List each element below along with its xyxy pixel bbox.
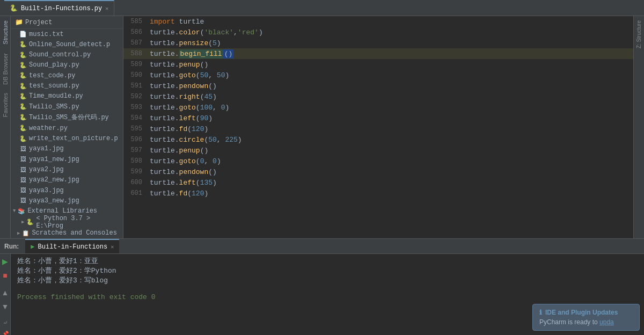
line-content: turtle.left(135) xyxy=(148,179,633,187)
line-content: turtle.right(45) xyxy=(148,93,633,101)
txt-file-icon: 📄 xyxy=(19,31,27,38)
output-line-3: 姓名：小曹，爱好3：写blog xyxy=(17,275,638,285)
code-line-587: 587 turtle.pensize(5) xyxy=(123,38,633,48)
line-content: turtle.penup() xyxy=(148,147,633,155)
sidebar-item-sound-control[interactable]: 🐍 Sound_control.py xyxy=(11,50,123,60)
sidebar-item-label: test_sound.py xyxy=(29,82,79,90)
code-line-592: 592 turtle.right(45) xyxy=(123,91,633,102)
section-label: External Libraries xyxy=(27,207,97,215)
code-line-598: 598 turtle.goto(0, 0) xyxy=(123,156,633,166)
output-process-finished: Process finished with exit code 0 xyxy=(17,293,638,301)
sidebar-item-weather[interactable]: 🐍 weather.py xyxy=(11,123,123,133)
sidebar-item-yaya1[interactable]: 🖼 yaya1.jpg xyxy=(11,144,123,154)
run-tab-built-in-functions[interactable]: ▶ Built-in-Functions ✕ xyxy=(25,239,119,253)
output-line-2: 姓名：小曹，爱好2：学Python xyxy=(17,266,638,275)
sidebar-item-label: yaya1_new.jpg xyxy=(29,156,79,163)
sidebar-item-label: yaya2_new.jpg xyxy=(29,176,79,184)
left-strip: Structure DB Browser Favorites xyxy=(0,16,11,238)
output-line-1: 姓名：小曹，爱好1：亚亚 xyxy=(17,256,638,266)
tab-close-button[interactable]: ✕ xyxy=(105,5,108,12)
code-line-600: 600 turtle.left(135) xyxy=(123,177,633,188)
sidebar-item-yaya2-new[interactable]: 🖼 yaya2_new.jpg xyxy=(11,175,123,185)
py-file-icon: 🐍 xyxy=(19,41,27,48)
tab-label: Built-in-Functions.py xyxy=(21,5,102,12)
line-content: turtle.left(90) xyxy=(148,114,633,122)
line-content: turtle.pendown() xyxy=(148,82,633,90)
sidebar-item-test-code[interactable]: 🐍 test_code.py xyxy=(11,70,123,81)
scroll-down-button[interactable]: ▼ xyxy=(0,301,11,312)
run-button[interactable]: ▶ xyxy=(0,256,10,267)
sidebar-item-online-sound[interactable]: 🐍 Online_Sound_detect.p xyxy=(11,39,123,49)
favorites-icon[interactable]: Favorites xyxy=(1,91,10,119)
img-file-icon: 🖼 xyxy=(19,187,27,194)
editor-tab[interactable]: 🐍 Built-in-Functions.py ✕ xyxy=(4,0,114,16)
line-content: turtle.penup() xyxy=(148,61,633,69)
line-number: 599 xyxy=(123,168,148,176)
chevron-right-icon: ▶ xyxy=(17,230,20,236)
structure-panel-icon[interactable]: Structure xyxy=(1,18,10,47)
run-tab-close-button[interactable]: ✕ xyxy=(111,244,114,250)
sidebar-item-yaya3-new[interactable]: 🖼 yaya3_new.jpg xyxy=(11,195,123,206)
sidebar-item-label: Time_moudle.py xyxy=(29,92,83,100)
code-line-594: 594 turtle.left(90) xyxy=(123,113,633,123)
sidebar-header-label: Project xyxy=(25,19,52,26)
sidebar-item-label: weather.py xyxy=(29,125,68,132)
py-file-icon: 🐍 xyxy=(19,114,27,121)
scratches-section[interactable]: ▶ 📋 Scratches and Consoles xyxy=(11,228,123,238)
line-number: 594 xyxy=(123,114,148,122)
notification-link[interactable]: upda xyxy=(599,318,614,326)
run-tab-label: Built-in-Functions xyxy=(38,243,108,251)
info-icon: ℹ xyxy=(539,309,542,316)
py-file-icon: 🐍 xyxy=(19,52,27,59)
tab-bar: 🐍 Built-in-Functions.py ✕ xyxy=(0,0,644,16)
db-browser-icon[interactable]: DB Browser xyxy=(1,51,10,87)
bottom-left-strip: ▶ ■ ▲ ▼ ⤾ 📌 xyxy=(0,254,11,335)
python-section-label: < Python 3.7 > E:\Prog xyxy=(36,215,121,230)
line-content: turtle.goto(50, 50) xyxy=(148,71,633,79)
scroll-up-button[interactable]: ▲ xyxy=(0,287,11,298)
code-line-589: 589 turtle.penup() xyxy=(123,59,633,70)
img-file-icon: 🖼 xyxy=(19,145,27,152)
sidebar-item-twilio-sms[interactable]: 🐍 Twilio_SMS.py xyxy=(11,101,123,112)
sidebar-item-twilio-backup[interactable]: 🐍 Twilio_SMS_备份代码.py xyxy=(11,112,123,123)
sidebar-item-write-text[interactable]: 🐍 write_text_on_picture.p xyxy=(11,134,123,144)
py-file-icon: 🐍 xyxy=(19,93,27,100)
sidebar-item-label: write_text_on_picture.p xyxy=(29,135,118,142)
code-editor[interactable]: 585 import turtle 586 turtle.color('blac… xyxy=(123,16,633,238)
sidebar-item-music[interactable]: 📄 music.txt xyxy=(11,29,123,39)
line-content: turtle.pensize(5) xyxy=(148,39,633,47)
sidebar-item-label: music.txt xyxy=(29,31,64,38)
output-blank xyxy=(17,285,638,293)
notification-title-text: IDE and Plugin Updates xyxy=(545,309,618,316)
scratches-label: Scratches and Consoles xyxy=(32,229,116,237)
notification-title: ℹ IDE and Plugin Updates xyxy=(539,309,633,316)
line-number: 589 xyxy=(123,61,148,68)
code-line-601: 601 turtle.fd(120) xyxy=(123,188,633,199)
code-line-595: 595 turtle.fd(120) xyxy=(123,123,633,134)
sidebar-item-test-sound[interactable]: 🐍 test_sound.py xyxy=(11,81,123,91)
sidebar-item-label: Sound_control.py xyxy=(29,51,91,59)
sidebar-item-yaya1-new[interactable]: 🖼 yaya1_new.jpg xyxy=(11,154,123,164)
pin-button[interactable]: 📌 xyxy=(0,330,11,335)
line-content: turtle.goto(0, 0) xyxy=(148,157,633,165)
sidebar-item-yaya3[interactable]: 🖼 yaya3.jpg xyxy=(11,185,123,195)
sidebar-item-time-moudle[interactable]: 🐍 Time_moudle.py xyxy=(11,91,123,101)
wrap-button[interactable]: ⤾ xyxy=(1,318,10,326)
sidebar-item-sound-play[interactable]: 🐍 Sound_play.py xyxy=(11,60,123,70)
project-icon: 📁 xyxy=(15,18,23,26)
py-file-icon: 🐍 xyxy=(19,103,27,110)
run-tabs-bar: Run: ▶ Built-in-Functions ✕ xyxy=(0,239,644,254)
sidebar-item-label: yaya1.jpg xyxy=(29,145,64,152)
sidebar-item-label: test_code.py xyxy=(29,72,75,79)
sidebar-item-yaya2[interactable]: 🖼 yaya2.jpg xyxy=(11,164,123,174)
notification-body-text: PyCharm is ready to xyxy=(539,318,599,326)
stop-button[interactable]: ■ xyxy=(1,270,9,281)
notification-panel: ℹ IDE and Plugin Updates PyCharm is read… xyxy=(532,304,640,331)
bottom-content: ▶ ■ ▲ ▼ ⤾ 📌 姓名：小曹，爱好1：亚亚 姓名：小曹，爱好2：学Pyth… xyxy=(0,254,644,335)
z-structure-icon[interactable]: Z: Structure xyxy=(635,18,643,50)
python-section[interactable]: ▶ 🐍 < Python 3.7 > E:\Prog xyxy=(11,216,123,228)
scratches-icon: 📋 xyxy=(22,230,30,237)
notification-body: PyCharm is ready to upda xyxy=(539,318,633,326)
sidebar-item-label: Sound_play.py xyxy=(29,61,79,69)
sidebar-item-label: yaya3_new.jpg xyxy=(29,197,79,205)
